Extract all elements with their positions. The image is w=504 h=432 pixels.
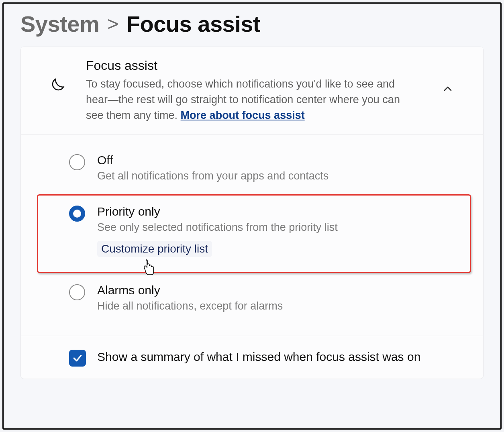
radio-off[interactable]: [69, 154, 85, 170]
card-description: To stay focused, choose which notificati…: [86, 76, 413, 123]
focus-assist-card: Focus assist To stay focused, choose whi…: [20, 47, 484, 379]
summary-checkbox-row[interactable]: Show a summary of what I missed when foc…: [21, 336, 483, 379]
option-off-subtitle: Get all notifications from your apps and…: [97, 169, 459, 184]
chevron-up-icon: [441, 82, 454, 95]
collapse-toggle[interactable]: [432, 58, 464, 95]
moon-icon: [45, 58, 67, 96]
option-off[interactable]: Off Get all notifications from your apps…: [21, 143, 483, 194]
option-priority-only[interactable]: Priority only See only selected notifica…: [37, 194, 471, 273]
breadcrumb-current: Focus assist: [127, 11, 260, 37]
option-alarms-title: Alarms only: [97, 283, 459, 297]
option-priority-title: Priority only: [97, 205, 463, 218]
radio-priority-only[interactable]: [69, 206, 85, 222]
customize-priority-list-link[interactable]: Customize priority list: [97, 241, 212, 257]
option-off-title: Off: [97, 153, 459, 167]
breadcrumb-parent[interactable]: System: [20, 11, 99, 37]
more-about-focus-assist-link[interactable]: More about focus assist: [181, 109, 305, 121]
breadcrumb: System > Focus assist: [4, 4, 500, 47]
breadcrumb-separator: >: [107, 13, 118, 35]
options-group: Off Get all notifications from your apps…: [21, 134, 483, 335]
radio-alarms-only[interactable]: [69, 284, 85, 300]
option-alarms-only[interactable]: Alarms only Hide all notifications, exce…: [21, 273, 483, 324]
check-icon: [72, 353, 83, 363]
card-title: Focus assist: [86, 58, 413, 73]
summary-checkbox-label: Show a summary of what I missed when foc…: [97, 348, 420, 366]
option-priority-subtitle: See only selected notifications from the…: [97, 220, 463, 235]
option-alarms-subtitle: Hide all notifications, except for alarm…: [97, 299, 459, 314]
card-header[interactable]: Focus assist To stay focused, choose whi…: [21, 47, 483, 134]
summary-checkbox[interactable]: [69, 350, 86, 367]
